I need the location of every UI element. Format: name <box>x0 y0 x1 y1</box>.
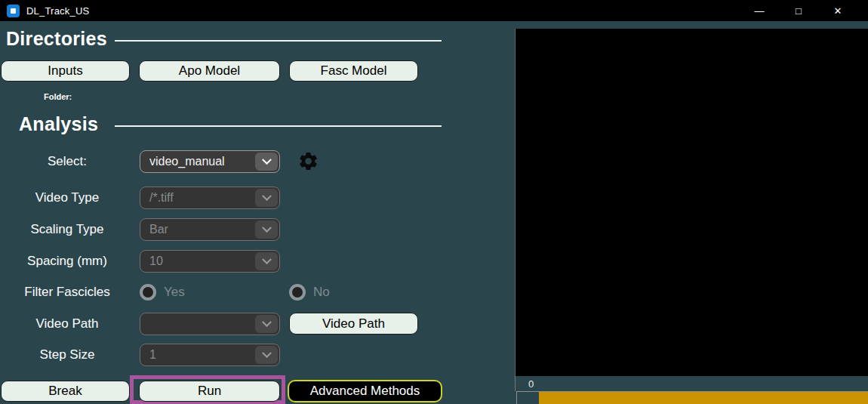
minimize-button[interactable]: — <box>740 0 779 21</box>
video-display-area <box>515 29 868 376</box>
chevron-down-icon <box>255 153 278 171</box>
progress-label-row: 0 <box>515 376 868 391</box>
directories-divider <box>115 40 442 42</box>
run-button[interactable]: Run <box>139 381 280 402</box>
app-logo-icon <box>7 5 20 17</box>
titlebar: DL_Track_US — □ ✕ <box>0 0 868 21</box>
scaling-type-dropdown-value: Bar <box>140 223 255 236</box>
step-size-dropdown[interactable]: 1 <box>140 344 280 366</box>
video-path-button[interactable]: Video Path <box>289 313 418 335</box>
app-window: DL_Track_US — □ ✕ Directories Inputs Apo… <box>0 0 868 404</box>
select-dropdown[interactable]: video_manual <box>140 150 280 173</box>
spacing-dropdown-value: 10 <box>140 254 255 268</box>
apo-model-button[interactable]: Apo Model <box>139 60 280 82</box>
spacing-label: Spacing (mm) <box>0 254 134 269</box>
window-controls: — □ ✕ <box>740 0 857 21</box>
maximize-button[interactable]: □ <box>779 0 818 21</box>
video-type-dropdown-value: /*.tiff <box>140 191 255 205</box>
chevron-down-icon <box>255 189 278 207</box>
progress-bar <box>516 391 868 404</box>
settings-gear-icon[interactable] <box>297 150 319 172</box>
advanced-methods-button[interactable]: Advanced Methods <box>288 380 442 402</box>
filter-no-radio-label: No <box>313 285 330 300</box>
filter-yes-radio-label: Yes <box>164 285 185 300</box>
spacing-dropdown[interactable]: 10 <box>140 250 280 273</box>
analysis-heading: Analysis <box>19 113 98 135</box>
step-size-label: Step Size <box>0 347 134 362</box>
video-path-dropdown[interactable] <box>140 313 280 335</box>
folder-label: Folder: <box>44 92 72 101</box>
chevron-down-icon <box>255 315 278 333</box>
filter-yes-radio[interactable] <box>140 284 156 301</box>
scaling-type-label: Scaling Type <box>0 222 134 237</box>
break-button[interactable]: Break <box>1 381 130 402</box>
step-size-dropdown-value: 1 <box>140 348 255 362</box>
select-label: Select: <box>0 154 134 169</box>
chevron-down-icon <box>255 221 278 239</box>
progress-value-label: 0 <box>528 378 534 390</box>
progress-bar-empty-segment <box>517 392 539 404</box>
fasc-model-button[interactable]: Fasc Model <box>289 60 418 82</box>
video-path-label: Video Path <box>0 316 134 332</box>
video-type-label: Video Type <box>0 190 134 205</box>
select-dropdown-value: video_manual <box>140 155 255 168</box>
close-button[interactable]: ✕ <box>818 0 857 21</box>
scaling-type-dropdown[interactable]: Bar <box>140 218 280 241</box>
video-type-dropdown[interactable]: /*.tiff <box>140 187 280 209</box>
directories-heading: Directories <box>6 28 107 50</box>
analysis-divider <box>115 125 442 127</box>
window-title: DL_Track_US <box>26 5 89 17</box>
app-logo-inner-shape <box>11 8 16 14</box>
chevron-down-icon <box>255 346 278 364</box>
chevron-down-icon <box>255 252 278 270</box>
inputs-button[interactable]: Inputs <box>1 60 130 82</box>
filter-no-radio[interactable] <box>289 284 306 301</box>
filter-fascicles-label: Filter Fascicles <box>0 285 134 300</box>
